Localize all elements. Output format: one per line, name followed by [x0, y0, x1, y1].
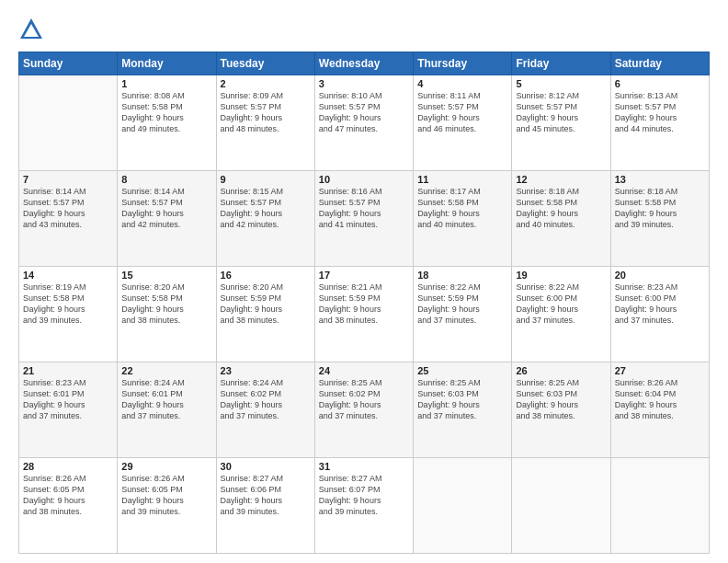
calendar-week-row: 28Sunrise: 8:26 AM Sunset: 6:05 PM Dayli… — [19, 458, 710, 554]
day-number: 22 — [121, 365, 211, 376]
weekday-header-friday: Friday — [512, 52, 610, 75]
day-number: 16 — [221, 270, 311, 281]
calendar-cell — [414, 458, 512, 554]
day-number: 14 — [23, 270, 113, 281]
calendar-cell: 29Sunrise: 8:26 AM Sunset: 6:05 PM Dayli… — [118, 458, 216, 554]
weekday-header-monday: Monday — [118, 52, 216, 75]
day-info: Sunrise: 8:09 AM Sunset: 5:57 PM Dayligh… — [221, 90, 311, 135]
day-number: 25 — [417, 365, 507, 376]
day-number: 5 — [516, 78, 606, 89]
logo-icon — [18, 17, 44, 42]
calendar-cell: 21Sunrise: 8:23 AM Sunset: 6:01 PM Dayli… — [19, 362, 118, 458]
calendar-cell — [610, 458, 709, 554]
day-number: 2 — [221, 78, 311, 89]
day-number: 28 — [23, 461, 113, 472]
day-number: 11 — [417, 174, 507, 185]
day-number: 9 — [221, 174, 311, 185]
calendar-cell — [19, 75, 118, 171]
calendar-cell: 3Sunrise: 8:10 AM Sunset: 5:57 PM Daylig… — [314, 75, 413, 171]
day-number: 30 — [221, 461, 311, 472]
day-number: 18 — [417, 270, 507, 281]
day-info: Sunrise: 8:26 AM Sunset: 6:05 PM Dayligh… — [121, 473, 211, 518]
calendar-cell: 17Sunrise: 8:21 AM Sunset: 5:59 PM Dayli… — [314, 267, 413, 362]
day-number: 8 — [121, 174, 211, 185]
day-info: Sunrise: 8:08 AM Sunset: 5:58 PM Dayligh… — [121, 90, 211, 135]
calendar-cell: 13Sunrise: 8:18 AM Sunset: 5:58 PM Dayli… — [610, 171, 709, 267]
day-info: Sunrise: 8:24 AM Sunset: 6:02 PM Dayligh… — [221, 377, 311, 422]
day-number: 17 — [319, 270, 409, 281]
day-info: Sunrise: 8:14 AM Sunset: 5:57 PM Dayligh… — [121, 186, 211, 231]
weekday-header-thursday: Thursday — [414, 52, 512, 75]
day-info: Sunrise: 8:24 AM Sunset: 6:01 PM Dayligh… — [121, 377, 211, 422]
day-info: Sunrise: 8:17 AM Sunset: 5:58 PM Dayligh… — [417, 186, 507, 231]
day-number: 23 — [221, 365, 311, 376]
calendar-cell: 30Sunrise: 8:27 AM Sunset: 6:06 PM Dayli… — [216, 458, 314, 554]
day-info: Sunrise: 8:15 AM Sunset: 5:57 PM Dayligh… — [221, 186, 311, 231]
logo — [18, 17, 46, 42]
day-info: Sunrise: 8:18 AM Sunset: 5:58 PM Dayligh… — [615, 186, 705, 231]
day-info: Sunrise: 8:25 AM Sunset: 6:03 PM Dayligh… — [417, 377, 507, 422]
calendar-cell: 23Sunrise: 8:24 AM Sunset: 6:02 PM Dayli… — [216, 362, 314, 458]
day-info: Sunrise: 8:27 AM Sunset: 6:06 PM Dayligh… — [221, 473, 311, 518]
calendar-cell: 20Sunrise: 8:23 AM Sunset: 6:00 PM Dayli… — [610, 267, 709, 362]
day-info: Sunrise: 8:14 AM Sunset: 5:57 PM Dayligh… — [23, 186, 113, 231]
calendar-cell: 10Sunrise: 8:16 AM Sunset: 5:57 PM Dayli… — [314, 171, 413, 267]
day-number: 31 — [319, 461, 409, 472]
day-number: 29 — [121, 461, 211, 472]
day-number: 12 — [516, 174, 606, 185]
day-info: Sunrise: 8:20 AM Sunset: 5:58 PM Dayligh… — [121, 282, 211, 327]
calendar-cell: 14Sunrise: 8:19 AM Sunset: 5:58 PM Dayli… — [19, 267, 118, 362]
calendar-week-row: 14Sunrise: 8:19 AM Sunset: 5:58 PM Dayli… — [19, 267, 710, 362]
day-number: 3 — [319, 78, 409, 89]
day-info: Sunrise: 8:19 AM Sunset: 5:58 PM Dayligh… — [23, 282, 113, 327]
day-info: Sunrise: 8:23 AM Sunset: 6:01 PM Dayligh… — [23, 377, 113, 422]
day-number: 10 — [319, 174, 409, 185]
calendar-cell: 22Sunrise: 8:24 AM Sunset: 6:01 PM Dayli… — [118, 362, 216, 458]
calendar-cell: 25Sunrise: 8:25 AM Sunset: 6:03 PM Dayli… — [414, 362, 512, 458]
day-info: Sunrise: 8:25 AM Sunset: 6:03 PM Dayligh… — [516, 377, 606, 422]
day-info: Sunrise: 8:12 AM Sunset: 5:57 PM Dayligh… — [516, 90, 606, 135]
day-number: 6 — [615, 78, 705, 89]
day-info: Sunrise: 8:13 AM Sunset: 5:57 PM Dayligh… — [615, 90, 705, 135]
weekday-header-sunday: Sunday — [19, 52, 118, 75]
calendar-cell: 31Sunrise: 8:27 AM Sunset: 6:07 PM Dayli… — [314, 458, 413, 554]
day-info: Sunrise: 8:26 AM Sunset: 6:04 PM Dayligh… — [615, 377, 705, 422]
day-info: Sunrise: 8:22 AM Sunset: 5:59 PM Dayligh… — [417, 282, 507, 327]
weekday-header-saturday: Saturday — [610, 52, 709, 75]
weekday-header-tuesday: Tuesday — [216, 52, 314, 75]
calendar-table: SundayMondayTuesdayWednesdayThursdayFrid… — [18, 52, 710, 554]
day-number: 19 — [516, 270, 606, 281]
calendar-cell: 2Sunrise: 8:09 AM Sunset: 5:57 PM Daylig… — [216, 75, 314, 171]
calendar-cell — [512, 458, 610, 554]
calendar-cell: 7Sunrise: 8:14 AM Sunset: 5:57 PM Daylig… — [19, 171, 118, 267]
day-info: Sunrise: 8:18 AM Sunset: 5:58 PM Dayligh… — [516, 186, 606, 231]
day-info: Sunrise: 8:25 AM Sunset: 6:02 PM Dayligh… — [319, 377, 409, 422]
calendar-week-row: 21Sunrise: 8:23 AM Sunset: 6:01 PM Dayli… — [19, 362, 710, 458]
calendar-cell: 5Sunrise: 8:12 AM Sunset: 5:57 PM Daylig… — [512, 75, 610, 171]
page: SundayMondayTuesdayWednesdayThursdayFrid… — [0, 0, 728, 563]
day-info: Sunrise: 8:10 AM Sunset: 5:57 PM Dayligh… — [319, 90, 409, 135]
day-info: Sunrise: 8:22 AM Sunset: 6:00 PM Dayligh… — [516, 282, 606, 327]
day-info: Sunrise: 8:11 AM Sunset: 5:57 PM Dayligh… — [417, 90, 507, 135]
day-info: Sunrise: 8:20 AM Sunset: 5:59 PM Dayligh… — [221, 282, 311, 327]
day-info: Sunrise: 8:23 AM Sunset: 6:00 PM Dayligh… — [615, 282, 705, 327]
calendar-cell: 15Sunrise: 8:20 AM Sunset: 5:58 PM Dayli… — [118, 267, 216, 362]
weekday-header-row: SundayMondayTuesdayWednesdayThursdayFrid… — [19, 52, 710, 75]
calendar-cell: 12Sunrise: 8:18 AM Sunset: 5:58 PM Dayli… — [512, 171, 610, 267]
weekday-header-wednesday: Wednesday — [314, 52, 413, 75]
day-number: 4 — [417, 78, 507, 89]
day-number: 20 — [615, 270, 705, 281]
day-number: 27 — [615, 365, 705, 376]
calendar-cell: 8Sunrise: 8:14 AM Sunset: 5:57 PM Daylig… — [118, 171, 216, 267]
day-number: 21 — [23, 365, 113, 376]
day-number: 1 — [121, 78, 211, 89]
day-number: 24 — [319, 365, 409, 376]
calendar-cell: 26Sunrise: 8:25 AM Sunset: 6:03 PM Dayli… — [512, 362, 610, 458]
calendar-cell: 6Sunrise: 8:13 AM Sunset: 5:57 PM Daylig… — [610, 75, 709, 171]
calendar-cell: 9Sunrise: 8:15 AM Sunset: 5:57 PM Daylig… — [216, 171, 314, 267]
day-info: Sunrise: 8:26 AM Sunset: 6:05 PM Dayligh… — [23, 473, 113, 518]
day-number: 15 — [121, 270, 211, 281]
calendar-cell: 18Sunrise: 8:22 AM Sunset: 5:59 PM Dayli… — [414, 267, 512, 362]
day-number: 13 — [615, 174, 705, 185]
calendar-cell: 24Sunrise: 8:25 AM Sunset: 6:02 PM Dayli… — [314, 362, 413, 458]
